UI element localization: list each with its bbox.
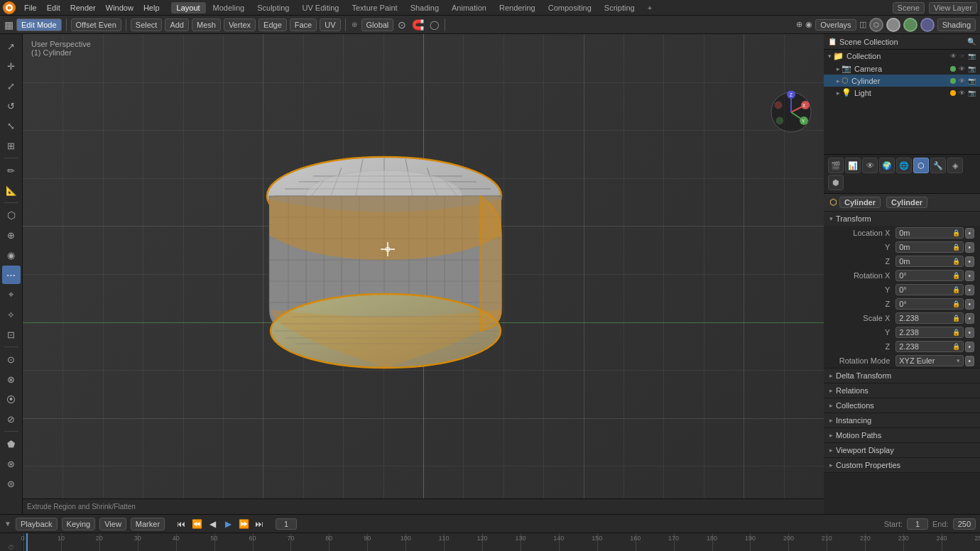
rot-y-delta[interactable]: • xyxy=(965,285,975,295)
scale-lock-z[interactable]: 🔒 xyxy=(952,343,960,350)
view-layer-selector[interactable]: View Layer xyxy=(929,2,977,13)
camera-render-icon[interactable]: 📷 xyxy=(968,65,976,72)
workspace-texture-paint[interactable]: Texture Paint xyxy=(346,2,403,13)
view-props-icon[interactable]: 👁 xyxy=(862,158,878,173)
outliner-light[interactable]: ▸ 💡 Light 👁 📷 xyxy=(824,87,980,99)
timeline-ruler[interactable]: 0 10 20 30 40 50 60 70 80 90 100 110 120… xyxy=(23,533,980,551)
end-frame-input[interactable]: 250 xyxy=(953,518,976,530)
blender-logo[interactable] xyxy=(3,1,16,14)
menu-help[interactable]: Help xyxy=(139,2,164,13)
to-sphere-btn[interactable]: ⊜ xyxy=(2,474,21,493)
rot-x-delta[interactable]: • xyxy=(965,271,975,281)
workspace-sculpting[interactable]: Sculpting xyxy=(251,2,295,13)
physics-props-icon[interactable]: ⬢ xyxy=(828,175,844,190)
rot-lock-y[interactable]: 🔒 xyxy=(952,286,960,293)
shrink-tool-btn[interactable]: ⬟ xyxy=(2,435,21,453)
edit-mode-dropdown[interactable]: Edit Mode xyxy=(16,18,62,31)
bevel-tool-btn[interactable]: ◉ xyxy=(2,246,21,264)
extrude-tool-btn[interactable]: ⬡ xyxy=(2,206,21,224)
workspace-layout[interactable]: Layout xyxy=(171,2,206,13)
custom-props-header[interactable]: ▸ Custom Properties xyxy=(824,458,980,472)
rot-lock-x[interactable]: 🔒 xyxy=(952,272,960,279)
menu-edit[interactable]: Edit xyxy=(43,2,65,13)
object-props-icon[interactable]: ⬡ xyxy=(913,158,929,173)
start-frame-input[interactable]: 1 xyxy=(907,518,928,530)
camera-visible-dot[interactable] xyxy=(950,66,956,72)
move-tool-btn[interactable]: ⤢ xyxy=(2,77,21,95)
render-props-icon[interactable]: 🎬 xyxy=(828,158,844,173)
timeline-playhead[interactable] xyxy=(26,533,28,551)
randomize-tool-btn[interactable]: ⦿ xyxy=(2,390,21,408)
scale-x-value[interactable]: 2.238 🔒 xyxy=(895,312,963,324)
select-tool-btn[interactable]: ↗ xyxy=(2,37,21,55)
scale-lock-y[interactable]: 🔒 xyxy=(952,329,960,336)
loc-x-delta[interactable]: • xyxy=(965,228,975,239)
workspace-modeling[interactable]: Modeling xyxy=(207,2,251,13)
play-btn[interactable]: ▶ xyxy=(222,518,234,530)
rotate-tool-btn[interactable]: ↺ xyxy=(2,97,21,115)
workspace-rendering[interactable]: Rendering xyxy=(494,2,541,13)
proportional-edit-icon[interactable]: ◯ xyxy=(430,20,439,30)
inset-tool-btn[interactable]: ⊕ xyxy=(2,226,21,244)
rotation-x-value[interactable]: 0° 🔒 xyxy=(895,270,963,281)
menu-render[interactable]: Render xyxy=(66,2,100,13)
keying-btn[interactable]: Keying xyxy=(62,518,96,530)
particles-props-icon[interactable]: ◈ xyxy=(947,158,963,173)
transform-global-btn[interactable]: Global xyxy=(361,18,394,31)
vertex-menu[interactable]: Edge xyxy=(258,18,287,31)
light-orange-dot[interactable] xyxy=(950,90,956,96)
location-x-value[interactable]: 0m 🔒 xyxy=(895,227,963,239)
xray-icon[interactable]: ◫ xyxy=(859,20,866,29)
menu-window[interactable]: Window xyxy=(102,2,138,13)
marker-btn[interactable]: Marker xyxy=(131,518,165,530)
rotation-z-value[interactable]: 0° 🔒 xyxy=(895,298,963,310)
workspace-animation[interactable]: Animation xyxy=(446,2,492,13)
location-y-value[interactable]: 0m 🔒 xyxy=(895,241,963,253)
object-name-field[interactable]: Cylinder xyxy=(839,197,881,208)
workspace-scripting[interactable]: Scripting xyxy=(599,2,641,13)
lock-y-icon[interactable]: 🔒 xyxy=(952,244,960,251)
collections-section-header[interactable]: ▸ Collections xyxy=(824,398,980,413)
scale-x-delta[interactable]: • xyxy=(965,313,975,324)
shading-material-btn[interactable] xyxy=(903,18,918,32)
proportional-icon[interactable]: ⊙ xyxy=(398,19,406,31)
mesh-menu[interactable]: Vertex xyxy=(224,18,256,31)
rot-z-delta[interactable]: • xyxy=(965,299,975,310)
render-icon[interactable]: 📷 xyxy=(968,53,976,60)
workspace-uv-editing[interactable]: UV Editing xyxy=(296,2,344,13)
world-props-icon[interactable]: 🌐 xyxy=(896,158,912,173)
delta-transform-header[interactable]: ▸ Delta Transform xyxy=(824,369,980,383)
scale-z-delta[interactable]: • xyxy=(965,342,975,352)
motion-paths-header[interactable]: ▸ Motion Paths xyxy=(824,428,980,442)
cylinder-visible-dot[interactable] xyxy=(950,78,956,84)
cursor-tool-btn[interactable]: ✛ xyxy=(2,57,21,75)
rotation-mode-select[interactable]: XYZ Euler ▾ xyxy=(895,355,963,366)
navigation-gizmo[interactable]: X Y Z xyxy=(770,91,812,133)
select-menu[interactable]: Add xyxy=(165,18,189,31)
shading-dropdown[interactable]: Shading xyxy=(937,18,976,31)
menu-file[interactable]: File xyxy=(20,2,41,13)
workspace-shading[interactable]: Shading xyxy=(405,2,445,13)
outliner-collection[interactable]: ▾ 📁 Collection 👁 ☞ 📷 xyxy=(824,50,980,62)
timeline-dropdown-icon[interactable]: ▼ xyxy=(4,520,11,528)
scale-y-value[interactable]: 2.238 🔒 xyxy=(895,327,963,338)
scale-tool-btn[interactable]: ⤡ xyxy=(2,116,21,135)
lock-x-icon[interactable]: 🔒 xyxy=(952,229,960,236)
relations-section-header[interactable]: ▸ Relations xyxy=(824,383,980,398)
offset-edge-btn[interactable]: ⌖ xyxy=(2,285,21,304)
current-frame-input[interactable]: 1 xyxy=(276,518,297,530)
shading-solid-btn[interactable] xyxy=(886,18,900,32)
scale-z-value[interactable]: 2.238 🔒 xyxy=(895,341,963,352)
spin-tool-btn[interactable]: ⊙ xyxy=(2,350,21,369)
object-data-name-field[interactable]: Cylinder xyxy=(886,197,927,208)
scale-y-delta[interactable]: • xyxy=(965,327,975,338)
shading-wire-btn[interactable]: ⬡ xyxy=(869,18,883,32)
workspace-add[interactable]: + xyxy=(642,2,658,13)
outliner-cylinder[interactable]: ▸ ⬡ Cylinder 👁 📷 xyxy=(824,75,980,87)
playback-btn[interactable]: Playback xyxy=(16,518,58,530)
modifier-props-icon[interactable]: 🔧 xyxy=(930,158,946,173)
view-layer-icon[interactable]: 👁 xyxy=(950,53,957,60)
viewport[interactable]: View Select Add Mesh Vertex Edge Face UV… xyxy=(23,34,824,514)
play-reverse-btn[interactable]: ◀ xyxy=(206,518,219,530)
face-menu[interactable]: UV xyxy=(320,18,340,31)
